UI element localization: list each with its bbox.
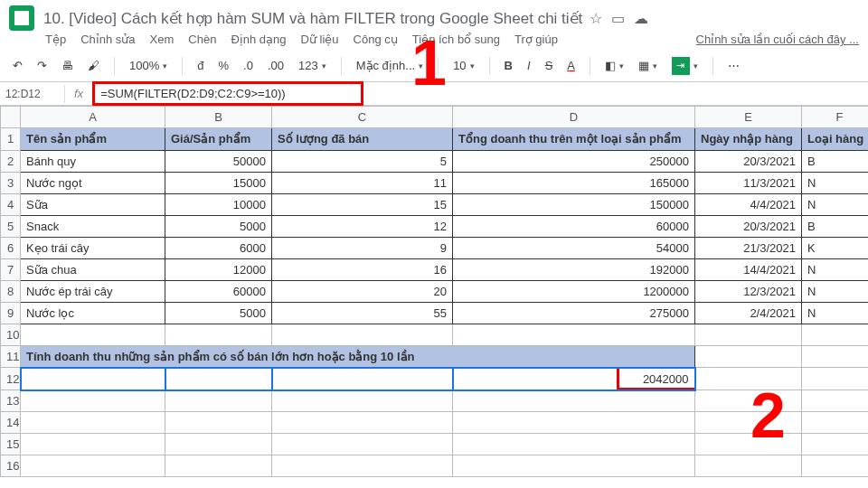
currency-btn[interactable]: đ xyxy=(193,57,207,74)
cell[interactable]: 9 xyxy=(272,237,453,258)
menu-view[interactable]: Xem xyxy=(150,33,175,46)
result-cell[interactable]: 2042000 xyxy=(453,368,695,390)
row-header[interactable]: 6 xyxy=(1,237,21,258)
row-header[interactable]: 2 xyxy=(1,150,21,172)
move-icon[interactable]: ▭ xyxy=(611,10,625,27)
col-header[interactable]: B xyxy=(165,107,272,128)
cell[interactable] xyxy=(165,368,272,390)
row-header[interactable]: 15 xyxy=(1,434,21,455)
cell[interactable]: 5 xyxy=(272,150,453,172)
cell[interactable]: Sữa xyxy=(21,193,165,215)
cell[interactable]: 11/3/2021 xyxy=(695,172,802,193)
cell[interactable]: 12 xyxy=(272,215,453,237)
cell[interactable]: Nước ngọt xyxy=(21,172,165,193)
cell[interactable]: 54000 xyxy=(453,237,695,258)
cell[interactable]: Nước ép trái cây xyxy=(21,280,165,302)
cell[interactable]: 5000 xyxy=(165,302,272,324)
row-header[interactable]: 12 xyxy=(1,368,21,390)
cell[interactable]: 20/3/2021 xyxy=(695,215,802,237)
cell[interactable] xyxy=(272,368,453,390)
cell[interactable]: Tính doanh thu những sản phẩm có số bán … xyxy=(21,345,695,368)
cell[interactable]: 60000 xyxy=(165,280,272,302)
fill-color-btn[interactable]: ◧ xyxy=(601,57,627,74)
percent-btn[interactable]: % xyxy=(214,57,232,74)
cell[interactable]: Tổng doanh thu trên một loại sản phẩm xyxy=(453,128,695,151)
redo-icon[interactable]: ↷ xyxy=(33,57,51,74)
zoom-select[interactable]: 100% xyxy=(126,57,171,74)
row-header[interactable]: 4 xyxy=(1,193,21,215)
cell[interactable] xyxy=(21,368,165,390)
row-header[interactable]: 7 xyxy=(1,258,21,280)
cell[interactable]: N xyxy=(802,172,869,193)
cell[interactable]: 21/3/2021 xyxy=(695,237,802,258)
last-edit-link[interactable]: Chỉnh sửa lần cuối cách đây ... xyxy=(696,33,859,46)
italic-btn[interactable]: I xyxy=(524,57,534,74)
cell[interactable]: B xyxy=(802,150,869,172)
star-icon[interactable]: ☆ xyxy=(590,10,602,27)
text-color-btn[interactable]: A xyxy=(563,57,579,74)
cell[interactable]: Số lượng đã bán xyxy=(272,128,453,151)
cell[interactable]: 12000 xyxy=(165,258,272,280)
cell[interactable]: 14/4/2021 xyxy=(695,258,802,280)
row-header[interactable]: 8 xyxy=(1,280,21,302)
col-header[interactable]: D xyxy=(453,107,695,128)
cell[interactable]: Tên sản phẩm xyxy=(21,128,165,151)
cell[interactable]: N xyxy=(802,302,869,324)
cell[interactable]: 12/3/2021 xyxy=(695,280,802,302)
cell[interactable]: 192000 xyxy=(453,258,695,280)
formula-bar[interactable]: =SUM(FILTER(D2:D9;C2:C9>=10)) xyxy=(92,81,363,106)
row-header[interactable]: 13 xyxy=(1,390,21,412)
cell[interactable]: 20 xyxy=(272,280,453,302)
number-format-btn[interactable]: 123 xyxy=(295,57,330,74)
cell[interactable]: 60000 xyxy=(453,215,695,237)
menu-data[interactable]: Dữ liệu xyxy=(301,33,339,46)
cell[interactable]: Sữa chua xyxy=(21,258,165,280)
row-header[interactable]: 11 xyxy=(1,345,21,368)
row-header[interactable]: 16 xyxy=(1,455,21,477)
cell[interactable]: 20/3/2021 xyxy=(695,150,802,172)
menu-help[interactable]: Trợ giúp xyxy=(514,33,558,46)
merge-btn[interactable]: ⇥ xyxy=(668,55,702,77)
spreadsheet-grid[interactable]: A B C D E F 1 Tên sản phẩm Giá/Sản phẩm … xyxy=(0,106,868,477)
cell[interactable]: 165000 xyxy=(453,172,695,193)
cell[interactable]: 55 xyxy=(272,302,453,324)
select-all-cell[interactable] xyxy=(1,107,21,128)
cell[interactable]: Loại hàng xyxy=(802,128,869,151)
col-header[interactable]: C xyxy=(272,107,453,128)
cell[interactable]: 50000 xyxy=(165,150,272,172)
paint-format-icon[interactable]: 🖌 xyxy=(84,57,103,74)
cell[interactable]: 250000 xyxy=(453,150,695,172)
dec-increase-btn[interactable]: .00 xyxy=(264,57,288,74)
menu-file[interactable]: Tệp xyxy=(45,33,66,46)
borders-btn[interactable]: ▦ xyxy=(635,57,661,74)
cell[interactable]: 275000 xyxy=(453,302,695,324)
row-header[interactable]: 3 xyxy=(1,172,21,193)
cell[interactable]: 16 xyxy=(272,258,453,280)
menu-insert[interactable]: Chèn xyxy=(188,33,216,46)
cell[interactable]: 11 xyxy=(272,172,453,193)
cell[interactable]: Ngày nhập hàng xyxy=(695,128,802,151)
bold-btn[interactable]: B xyxy=(501,57,516,74)
row-header[interactable]: 10 xyxy=(1,324,21,345)
row-header[interactable]: 5 xyxy=(1,215,21,237)
cell[interactable]: 6000 xyxy=(165,237,272,258)
strike-btn[interactable]: S xyxy=(542,57,557,74)
menu-format[interactable]: Định dạng xyxy=(231,33,286,46)
cell[interactable]: 10000 xyxy=(165,193,272,215)
menu-edit[interactable]: Chỉnh sửa xyxy=(80,33,135,46)
cell[interactable]: 15000 xyxy=(165,172,272,193)
cell[interactable]: 4/4/2021 xyxy=(695,193,802,215)
document-title[interactable]: 10. [Video] Cách kết hợp hàm SUM và hàm … xyxy=(43,9,582,28)
cell[interactable]: 1200000 xyxy=(453,280,695,302)
cell[interactable]: Nước lọc xyxy=(21,302,165,324)
row-header[interactable]: 14 xyxy=(1,412,21,434)
cell[interactable]: N xyxy=(802,258,869,280)
cell[interactable]: 150000 xyxy=(453,193,695,215)
name-box[interactable]: 12:D12 xyxy=(0,85,65,103)
cell[interactable]: N xyxy=(802,280,869,302)
more-icon[interactable]: ⋯ xyxy=(724,57,743,74)
cell[interactable]: 2/4/2021 xyxy=(695,302,802,324)
cell[interactable]: N xyxy=(802,193,869,215)
sheets-logo[interactable] xyxy=(9,5,34,31)
undo-icon[interactable]: ↶ xyxy=(9,57,26,74)
